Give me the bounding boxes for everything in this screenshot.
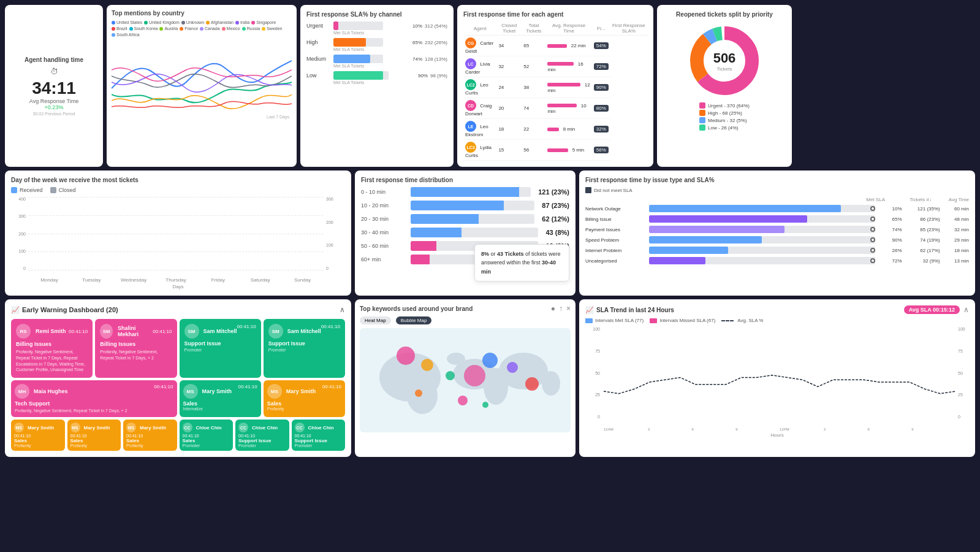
legend-item: Afghanistan: [206, 20, 234, 25]
agent-name-cell: LE Leo Ekstrom: [463, 119, 496, 140]
issue-sla-card: First response time by issue type and SL…: [579, 171, 975, 296]
y100: 100: [18, 249, 26, 253]
keywords-icon1[interactable]: ●: [551, 304, 555, 313]
legend-item: Austria: [159, 26, 178, 31]
legend-dot: [112, 27, 115, 31]
legend-box: [699, 102, 705, 109]
trend-legend: Intervals Met SLA (77) Intervals Missed …: [585, 318, 969, 323]
issue-tickets: 62 (17%): [903, 248, 940, 253]
sla-ch-bar: [333, 55, 370, 63]
issue-sla-title: First response time by issue type and SL…: [585, 177, 969, 183]
ew-sam1-issue: Support Issue: [184, 340, 256, 347]
ew-mary4-avatar: MS: [70, 423, 80, 432]
agent-sla-pct: 32%: [592, 119, 610, 140]
x-label: 12PM: [780, 427, 789, 431]
avg-mini-bar: [547, 83, 580, 86]
day-label: Tuesday: [70, 277, 113, 283]
ew-chloe2-avatar: CC: [238, 423, 248, 432]
sla-ch-bar-wrap: [333, 55, 383, 63]
dist-bar-wrap: [411, 214, 534, 224]
issue-name: Payment Issues: [585, 227, 647, 232]
agent-avg-time: 12 min: [545, 77, 591, 98]
ew-mary4-time: 00:41:10: [70, 434, 118, 438]
sla-trend-collapse[interactable]: ∧: [963, 305, 969, 314]
issue-bar-wrap: [649, 236, 875, 243]
ew-chloe1-time: 00:41:10: [183, 434, 230, 438]
sla-channel-card: First response SLA% by channel Urgent 10…: [300, 5, 454, 167]
day-label: Monday: [28, 277, 70, 283]
agent-sla-pct: 80%: [592, 98, 610, 119]
agent-name-cell: CG Carter Geidt: [463, 36, 496, 56]
sla-badge: 72%: [594, 63, 609, 70]
legend-item: Russia: [242, 26, 260, 31]
y-axis-right: 300 200 100 0: [324, 197, 345, 283]
ew-mary2: MS Mary Smith 00:41:10 Sales Profanity: [264, 380, 345, 417]
row2: Day of the week we receive the most tick…: [5, 171, 975, 296]
bubble-btn[interactable]: Bubble Map: [396, 316, 432, 324]
ew-shalini-time: 00:41:10: [153, 329, 172, 334]
agent-total: 38: [522, 77, 545, 98]
issue-row: Internet Problem 26% 62 (17%) 18 min: [585, 247, 969, 254]
dist-title: First response time distribution: [361, 177, 569, 183]
keywords-icon2[interactable]: ↑: [559, 304, 563, 313]
sla-channel-title: First response SLA% by channel: [306, 11, 447, 18]
ew-maia: MH Maia Hughes 00:41:10 Tech Support Pro…: [11, 380, 177, 417]
legend-box: [699, 117, 705, 123]
map-bubble-1: [397, 347, 415, 365]
ew-sam2-issue: Support Issue: [268, 340, 340, 347]
legend-avg: Avg. SLA %: [721, 318, 763, 323]
agent-closed: 34: [496, 36, 522, 56]
ew-mary5: MS Mary Smith 00:41:10 Sales Profanity: [123, 420, 177, 451]
sla-trend-header: 📈 SLA Trend in last 24 Hours Avg SLA 00:…: [585, 305, 969, 314]
table-row: LC2 Leo Curtis 24 38 12 min 90%: [463, 77, 647, 98]
legend-dot: [181, 21, 185, 25]
ew-mary4-name: Mary Smith: [84, 425, 110, 431]
top-mentions-title: Top mentions by country: [112, 10, 292, 17]
ew-chloe1-info: CC Chloe Chin: [183, 423, 230, 432]
agent-closed: 15: [496, 140, 522, 161]
donut-chart: 506 Tickets: [688, 24, 761, 98]
issue-stats: 10% 121 (35%) 60 min: [878, 206, 969, 212]
dist-tooltip: 8% or 43 Tickets of tickets were answere…: [474, 244, 569, 282]
x-label: 6: [692, 427, 694, 431]
table-row: CD Craig Dorwart 20 74 10 min 80%: [463, 98, 647, 119]
dist-bar: [411, 214, 479, 224]
issue-bar: [649, 205, 841, 212]
ew-row2: MH Maia Hughes 00:41:10 Tech Support Pro…: [11, 380, 345, 417]
agent-total: 52: [522, 56, 545, 77]
agent-name-cell: LC2 Leo Curtis: [463, 77, 496, 98]
map-bubble-5: [507, 362, 518, 373]
agent-total: 65: [522, 36, 545, 56]
dist-bar-wrap: [411, 228, 538, 237]
ew-mary4: MS Mary Smith 00:41:10 Sales Profanity: [67, 420, 121, 451]
ew-collapse-icon[interactable]: ∧: [340, 305, 345, 314]
closed-color: [50, 187, 56, 193]
legend-closed: Closed: [50, 187, 76, 193]
sla-ch-bar: [333, 21, 338, 30]
ew-mary5-issue: Sales: [126, 438, 174, 443]
ew-maia-header: MH Maia Hughes 00:41:10: [15, 384, 173, 399]
dist-label: 30 - 40 min: [361, 229, 407, 236]
dist-bar: [411, 241, 436, 251]
keywords-icon3[interactable]: ×: [566, 304, 571, 313]
closed-label: Closed: [59, 187, 76, 193]
map-bubble-6: [525, 377, 539, 391]
ew-mary4-issue: Sales: [70, 438, 118, 443]
y200: 200: [18, 232, 26, 236]
agent-name-cell: CD Craig Dorwart: [463, 98, 496, 119]
issue-bar-wrap: [649, 226, 875, 233]
sla-ch-pct: 10%: [386, 23, 422, 29]
issue-row: Payment Issues 74% 85 (23%) 32 min: [585, 226, 969, 233]
ew-mary3-detail: Profanity: [14, 443, 62, 448]
heat-map-btn[interactable]: Heat Map: [360, 316, 391, 324]
issue-avg-time: 13 min: [941, 258, 969, 264]
sla-ch-stats: 65%: [386, 40, 422, 45]
legend-dot: [262, 27, 265, 31]
agent-avg-time: 22 min: [545, 36, 591, 56]
ew-remi-avatar: RS: [16, 324, 31, 339]
issue-bar-wrap: [649, 205, 875, 212]
sla-channel-row: Low 90% 98 (9%): [306, 71, 447, 80]
table-row: LE Leo Ekstrom 18 22 8 min 32%: [463, 119, 647, 140]
ew-shalini-detail: Profanity, Negative Sentiment, Repeat Ti…: [100, 349, 172, 361]
donut-legend-item: Low - 26 (4%): [699, 125, 750, 131]
